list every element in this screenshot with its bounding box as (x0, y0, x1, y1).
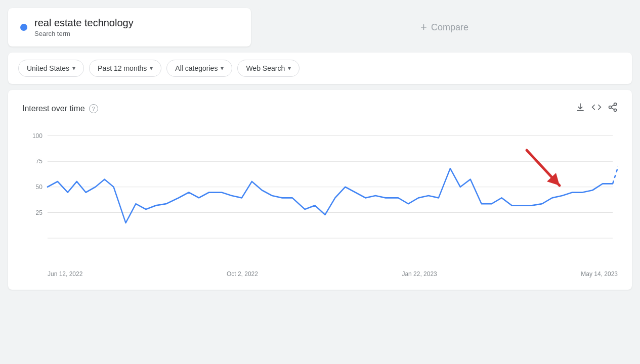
embed-button[interactable] (591, 102, 602, 115)
region-filter-label: United States (27, 64, 69, 72)
chart-actions (575, 102, 618, 115)
svg-point-2 (614, 109, 617, 111)
share-button[interactable] (608, 102, 618, 115)
compare-plus-icon: + (420, 21, 427, 34)
region-filter[interactable]: United States ▾ (18, 60, 84, 77)
chart-header: Interest over time ? (22, 102, 618, 115)
region-chevron-icon: ▾ (72, 65, 75, 72)
time-filter[interactable]: Past 12 months ▾ (89, 60, 161, 77)
svg-text:100: 100 (32, 132, 42, 140)
category-chevron-icon: ▾ (221, 65, 224, 72)
x-label-1: Jun 12, 2022 (48, 270, 82, 278)
top-section: real estate technology Search term + Com… (8, 8, 632, 47)
x-label-2: Oct 2, 2022 (227, 270, 258, 278)
compare-label: Compare (431, 22, 468, 33)
search-type-filter[interactable]: Web Search ▾ (237, 60, 300, 77)
category-filter-label: All categories (175, 64, 218, 72)
chart-container: 100 75 50 25 (22, 125, 618, 266)
chart-title-area: Interest over time ? (22, 104, 98, 113)
svg-line-4 (611, 105, 614, 106)
chart-title: Interest over time (22, 104, 85, 113)
time-filter-label: Past 12 months (98, 64, 147, 72)
x-labels: Jun 12, 2022 Oct 2, 2022 Jan 22, 2023 Ma… (22, 266, 618, 278)
svg-text:25: 25 (36, 209, 42, 216)
svg-text:50: 50 (36, 184, 42, 191)
compare-card[interactable]: + Compare (257, 8, 632, 47)
download-button[interactable] (575, 102, 585, 115)
search-type-chevron-icon: ▾ (288, 65, 291, 72)
search-term-card: real estate technology Search term (8, 8, 251, 47)
svg-text:75: 75 (36, 158, 42, 165)
help-icon[interactable]: ? (89, 104, 98, 113)
search-term-label: Search term (34, 30, 134, 37)
chart-card: Interest over time ? 100 (8, 90, 632, 290)
x-label-3: Jan 22, 2023 (402, 270, 437, 278)
svg-line-3 (611, 108, 614, 109)
search-type-label: Web Search (246, 64, 285, 72)
x-label-4: May 14, 2023 (581, 270, 618, 278)
category-filter[interactable]: All categories ▾ (166, 60, 232, 77)
search-term-dot (20, 24, 27, 31)
svg-point-0 (614, 103, 617, 106)
svg-point-1 (609, 106, 612, 109)
interest-chart: 100 75 50 25 (22, 125, 618, 266)
time-chevron-icon: ▾ (150, 65, 153, 72)
filters-section: United States ▾ Past 12 months ▾ All cat… (8, 53, 632, 84)
search-term-name: real estate technology (34, 17, 134, 29)
search-term-text: real estate technology Search term (34, 17, 134, 37)
